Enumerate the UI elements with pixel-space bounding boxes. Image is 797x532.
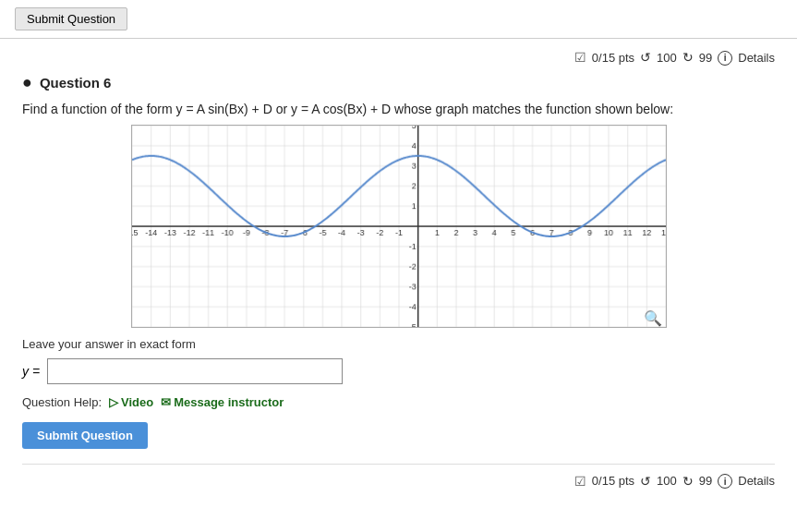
retry-label-top: 100 (657, 51, 677, 65)
message-instructor-link[interactable]: ✉ Message instructor (161, 395, 284, 409)
question-number: Question 6 (40, 75, 112, 91)
graph-container (131, 125, 667, 328)
checkbox-icon-top: ☑ (574, 50, 586, 65)
answer-row: y = (22, 358, 775, 384)
question-help-label: Question Help: (22, 395, 102, 409)
video-icon: ▷ (109, 395, 118, 409)
answer-input[interactable] (47, 358, 343, 384)
score-row-top: ☑ 0/15 pts ↺ 100 ↻ 99 i Details (22, 50, 775, 66)
y-equals-label: y = (22, 364, 40, 379)
points-label-top: 0/15 pts (592, 51, 634, 65)
attempts-label-top: 99 (699, 51, 712, 65)
question-bullet: ● (22, 73, 32, 92)
refresh-icon-bottom: ↻ (682, 474, 694, 489)
attempts-label-bottom: 99 (699, 474, 712, 488)
question-header: ● Question 6 (22, 73, 775, 92)
question-text-part3: whose graph matches the function shown b… (391, 102, 673, 116)
question-text-part2: or (272, 102, 291, 116)
checkbox-icon-bottom: ☑ (574, 474, 586, 489)
message-instructor-label: Message instructor (174, 395, 284, 409)
question-text-part1: Find a function of the form (22, 102, 176, 116)
mail-icon: ✉ (161, 395, 171, 409)
info-circle-bottom: i (718, 474, 732, 490)
details-label-bottom: Details (738, 474, 775, 488)
video-link[interactable]: ▷ Video (109, 395, 153, 409)
question-math1: y = A sin(Bx) + D (176, 102, 272, 116)
submit-question-button-top[interactable]: Submit Question (15, 7, 127, 30)
details-label-top: Details (738, 51, 775, 65)
main-content: ☑ 0/15 pts ↺ 100 ↻ 99 i Details ● Questi… (0, 39, 797, 532)
question-help: Question Help: ▷ Video ✉ Message instruc… (22, 395, 775, 409)
points-label-bottom: 0/15 pts (592, 474, 634, 488)
video-label: Video (121, 395, 153, 409)
submit-question-button-bottom[interactable]: Submit Question (22, 422, 148, 449)
refresh-icon-top: ↻ (682, 50, 694, 65)
graph-canvas (132, 126, 666, 327)
question-text: Find a function of the form y = A sin(Bx… (22, 100, 775, 119)
leave-answer-text: Leave your answer in exact form (22, 337, 775, 351)
top-bar: Submit Question (0, 0, 797, 39)
retry-label-bottom: 100 (657, 474, 677, 488)
question-math2: y = A cos(Bx) + D (291, 102, 391, 116)
info-icon-top: i (718, 51, 732, 66)
info-icon-bottom: i (718, 474, 732, 489)
undo-icon-top: ↺ (640, 50, 651, 65)
undo-icon-bottom: ↺ (640, 474, 651, 489)
info-circle-top: i (718, 50, 732, 66)
score-row-bottom: ☑ 0/15 pts ↺ 100 ↻ 99 i Details (22, 464, 775, 490)
